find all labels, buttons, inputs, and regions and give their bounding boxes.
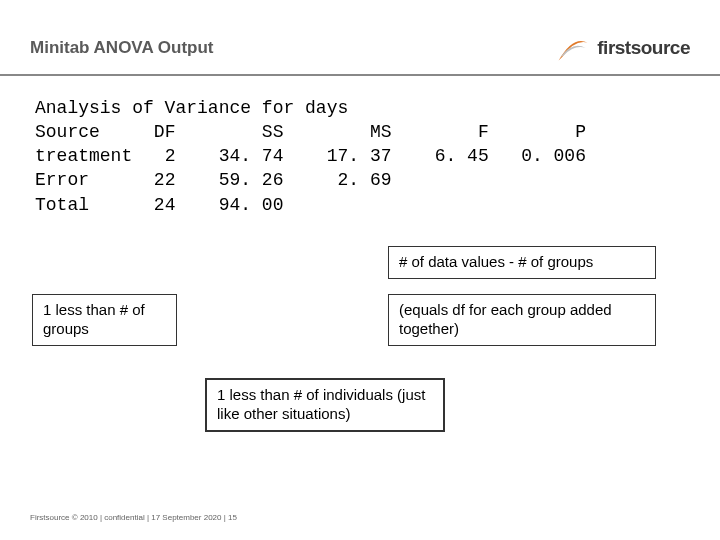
annotation-one-less-individuals: 1 less than # of individuals (just like … <box>205 378 445 432</box>
page-title: Minitab ANOVA Output <box>30 38 214 58</box>
slide-header: Minitab ANOVA Output firstsource <box>0 0 720 74</box>
anova-col-ss: SS <box>262 122 284 142</box>
anova-col-ms: MS <box>370 122 392 142</box>
annotation-one-less-groups: 1 less than # of groups <box>32 294 177 346</box>
anova-col-source: Source <box>35 122 100 142</box>
annotation-equals-df: (equals df for each group added together… <box>388 294 656 346</box>
anova-col-df: DF <box>154 122 176 142</box>
slide-footer: Firstsource © 2010 | confidential | 17 S… <box>30 513 237 522</box>
anova-row: Error <box>35 170 89 190</box>
anova-col-p: P <box>575 122 586 142</box>
firstsource-swoosh-icon <box>555 30 591 66</box>
slide-content: Analysis of Variance for days Source DF … <box>0 96 720 217</box>
logo: firstsource <box>555 30 690 66</box>
annotation-data-minus-groups: # of data values - # of groups <box>388 246 656 279</box>
anova-row: treatment <box>35 146 132 166</box>
header-divider <box>0 74 720 76</box>
anova-heading: Analysis of Variance for days <box>35 98 348 118</box>
logo-text: firstsource <box>597 37 690 59</box>
anova-output: Analysis of Variance for days Source DF … <box>35 96 685 217</box>
anova-col-f: F <box>478 122 489 142</box>
anova-row: Total <box>35 195 89 215</box>
